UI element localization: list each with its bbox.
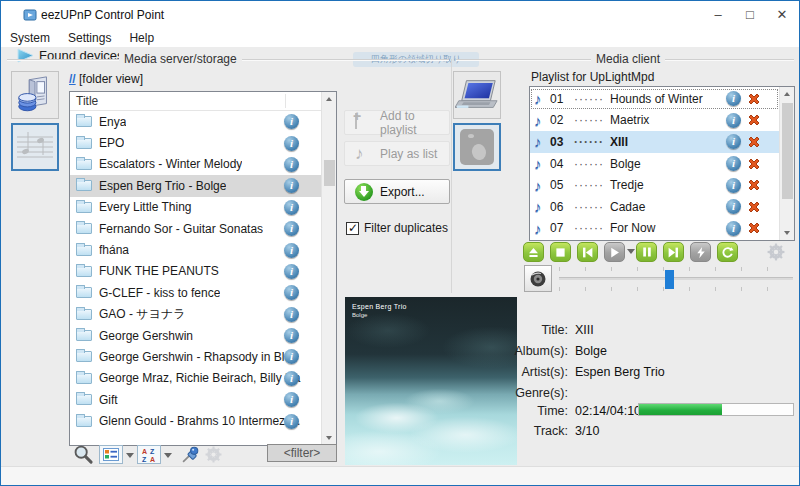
renderer-device-button[interactable] bbox=[453, 123, 501, 171]
title-bar[interactable]: eezUPnP Control Point – □ ✕ bbox=[1, 1, 799, 29]
previous-button[interactable] bbox=[577, 242, 598, 262]
close-button[interactable]: ✕ bbox=[765, 1, 799, 29]
play-button[interactable] bbox=[604, 242, 625, 262]
delete-icon[interactable] bbox=[746, 112, 762, 128]
info-icon[interactable] bbox=[726, 199, 741, 214]
playlist-item[interactable]: 07······For Now bbox=[530, 218, 779, 240]
list-column-header[interactable]: Title bbox=[70, 92, 336, 111]
info-icon[interactable] bbox=[284, 307, 299, 322]
media-client-device-button[interactable] bbox=[453, 71, 501, 119]
toolbar-settings-gear-icon[interactable] bbox=[205, 446, 222, 463]
found-devices-expander-icon[interactable] bbox=[17, 48, 34, 63]
info-icon[interactable] bbox=[284, 136, 299, 151]
info-icon[interactable] bbox=[726, 156, 741, 171]
delete-icon[interactable] bbox=[746, 91, 762, 107]
info-icon[interactable] bbox=[726, 178, 741, 193]
playlist-item[interactable]: 01······Hounds of Winter bbox=[530, 88, 779, 110]
add-to-playlist-button[interactable]: Add to playlist bbox=[344, 110, 450, 135]
info-icon[interactable] bbox=[284, 392, 299, 407]
scroll-down-icon[interactable] bbox=[322, 430, 336, 445]
playlist-scrollbar[interactable] bbox=[779, 87, 794, 240]
playlist-item[interactable]: 05······Tredje bbox=[530, 174, 779, 196]
info-icon[interactable] bbox=[284, 178, 299, 193]
info-icon[interactable] bbox=[284, 414, 299, 429]
list-item[interactable]: FUNK THE PEANUTS bbox=[70, 261, 321, 282]
menu-system[interactable]: System bbox=[1, 29, 59, 45]
view-mode-caret-icon[interactable] bbox=[126, 453, 134, 458]
info-icon[interactable] bbox=[726, 113, 741, 128]
filter-duplicates-checkbox[interactable] bbox=[346, 222, 359, 235]
pause-button[interactable] bbox=[636, 242, 657, 262]
scrollbar-thumb[interactable] bbox=[782, 103, 793, 199]
next-button[interactable] bbox=[663, 242, 684, 262]
scroll-up-icon[interactable] bbox=[780, 87, 794, 102]
list-item[interactable]: George Gershwin bbox=[70, 325, 321, 346]
maximize-button[interactable]: □ bbox=[733, 1, 767, 29]
list-item[interactable]: fhána bbox=[70, 239, 321, 260]
mute-button[interactable] bbox=[524, 265, 552, 292]
power-button[interactable] bbox=[690, 242, 711, 262]
delete-icon[interactable] bbox=[746, 134, 762, 150]
playlist-item[interactable]: 02······Maetrix bbox=[530, 110, 779, 132]
info-icon[interactable] bbox=[284, 221, 299, 236]
list-item[interactable]: EPO bbox=[70, 132, 321, 153]
info-icon[interactable] bbox=[284, 114, 299, 129]
list-item[interactable]: G-CLEF - kiss to fence bbox=[70, 282, 321, 303]
info-icon[interactable] bbox=[726, 221, 741, 236]
export-button[interactable]: Export... bbox=[344, 179, 450, 204]
playlist-item[interactable]: 04······Bolge bbox=[530, 153, 779, 175]
info-icon[interactable] bbox=[284, 243, 299, 258]
list-item[interactable]: Escalators - Winter Melody bbox=[70, 154, 321, 175]
stop-button[interactable] bbox=[550, 242, 571, 262]
info-icon[interactable] bbox=[284, 157, 299, 172]
volume-track[interactable] bbox=[559, 277, 793, 280]
minimize-button[interactable]: – bbox=[701, 1, 735, 29]
info-icon[interactable] bbox=[284, 371, 299, 386]
scroll-down-icon[interactable] bbox=[780, 225, 794, 240]
info-icon[interactable] bbox=[284, 285, 299, 300]
pin-icon[interactable] bbox=[181, 445, 200, 464]
play-dropdown-caret-icon[interactable] bbox=[627, 249, 635, 254]
folder-list-scrollbar[interactable] bbox=[321, 92, 336, 445]
info-icon[interactable] bbox=[284, 264, 299, 279]
sort-button[interactable]: A Z Z A bbox=[137, 445, 161, 464]
delete-icon[interactable] bbox=[746, 199, 762, 215]
list-item[interactable]: Every Little Thing bbox=[70, 197, 321, 218]
list-item-selected[interactable]: Espen Berg Trio - Bolge bbox=[70, 175, 321, 196]
breadcrumb-root-link[interactable]: // bbox=[69, 72, 76, 86]
list-item[interactable]: Fernando Sor - Guitar Sonatas bbox=[70, 218, 321, 239]
scroll-up-icon[interactable] bbox=[322, 92, 336, 107]
info-icon[interactable] bbox=[726, 134, 741, 149]
scrollbar-thumb[interactable] bbox=[324, 160, 335, 186]
list-item[interactable]: Gift bbox=[70, 389, 321, 410]
filter-input[interactable] bbox=[267, 444, 337, 462]
list-item[interactable]: GAO - サヨナラ bbox=[70, 304, 321, 325]
repeat-button[interactable] bbox=[717, 242, 738, 262]
delete-icon[interactable] bbox=[746, 220, 762, 236]
folder-title: Every Little Thing bbox=[99, 200, 192, 214]
list-item[interactable]: Enya bbox=[70, 111, 321, 132]
menu-help[interactable]: Help bbox=[120, 29, 163, 45]
menu-settings[interactable]: Settings bbox=[59, 29, 120, 45]
info-icon[interactable] bbox=[284, 349, 299, 364]
search-icon[interactable] bbox=[73, 444, 94, 465]
group-divider bbox=[451, 59, 452, 293]
play-as-list-button[interactable]: Play as list bbox=[344, 141, 450, 166]
info-icon[interactable] bbox=[726, 91, 741, 106]
list-item[interactable]: Glenn Gould - Brahms 10 Intermezzi... bbox=[70, 410, 321, 431]
sort-caret-icon[interactable] bbox=[164, 453, 172, 458]
eject-button[interactable] bbox=[523, 242, 544, 262]
info-icon[interactable] bbox=[284, 328, 299, 343]
delete-icon[interactable] bbox=[746, 156, 762, 172]
delete-icon[interactable] bbox=[746, 177, 762, 193]
volume-slider[interactable] bbox=[559, 267, 793, 291]
transport-settings-gear-icon[interactable] bbox=[767, 243, 785, 261]
view-mode-button[interactable] bbox=[99, 445, 123, 464]
music-library-device-button[interactable] bbox=[11, 123, 59, 171]
list-item[interactable]: George Gershwin - Rhapsody in Blue bbox=[70, 346, 321, 367]
list-item[interactable]: George Mraz, Richie Beirach, Billy Ha... bbox=[70, 368, 321, 389]
info-icon[interactable] bbox=[284, 200, 299, 215]
playlist-item[interactable]: 06······Cadae bbox=[530, 196, 779, 218]
playlist-item-selected[interactable]: 03······XIII bbox=[530, 131, 779, 153]
media-server-device-button[interactable] bbox=[11, 71, 59, 119]
